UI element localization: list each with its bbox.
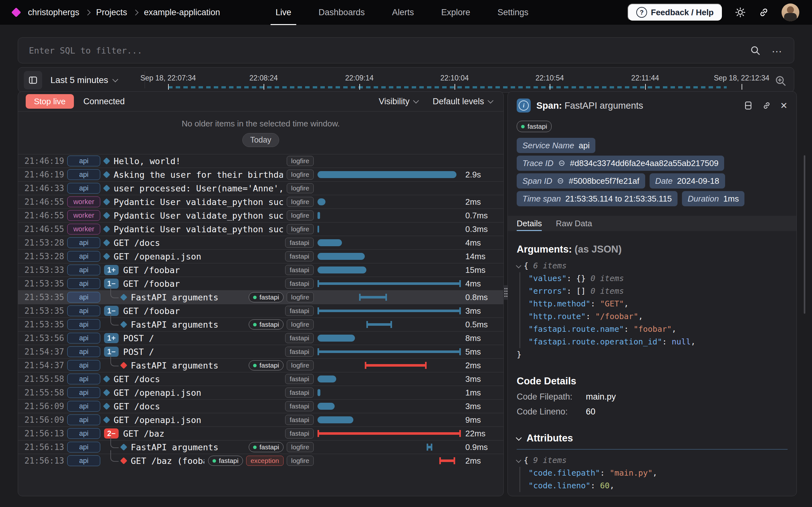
link-icon[interactable] bbox=[558, 159, 565, 167]
service-tag[interactable]: api bbox=[67, 387, 100, 398]
service-tag[interactable]: api bbox=[67, 333, 100, 343]
service-tag[interactable]: api bbox=[67, 278, 100, 289]
tag-pill-logfire[interactable]: logfire bbox=[287, 156, 314, 166]
service-tag[interactable]: api bbox=[67, 169, 100, 180]
today-button[interactable]: Today bbox=[242, 133, 280, 147]
service-tag[interactable]: api bbox=[67, 292, 100, 302]
log-row[interactable]: 21:54:37apiFastAPI argumentsfastapilogfi… bbox=[18, 358, 503, 372]
tag-pill-fastapi[interactable]: fastapi bbox=[285, 388, 314, 398]
service-tag[interactable]: api bbox=[67, 237, 100, 248]
tab-raw-data[interactable]: Raw Data bbox=[556, 216, 592, 231]
log-row[interactable]: 21:56:13apiGET /baz (foobar)fastapiexcep… bbox=[18, 454, 503, 467]
log-row[interactable]: 21:46:19apiAsking the user for their bir… bbox=[18, 168, 503, 181]
copy-link-icon[interactable] bbox=[762, 101, 771, 110]
tag-pill-exception[interactable]: exception bbox=[246, 456, 284, 466]
zoom-in-icon[interactable] bbox=[774, 74, 787, 87]
tag-pill-fastapi[interactable]: fastapi bbox=[249, 442, 284, 452]
tag-pill-logfire[interactable]: logfire bbox=[287, 292, 314, 302]
log-row[interactable]: 21:53:35apiFastAPI argumentsfastapilogfi… bbox=[18, 290, 503, 304]
feedback-help-button[interactable]: ? Feedback / Help bbox=[627, 3, 722, 21]
service-tag[interactable]: worker bbox=[67, 196, 100, 207]
arguments-json[interactable]: { 6 items"values": {} 0 items"errors": [… bbox=[517, 260, 788, 361]
service-tag[interactable]: api bbox=[67, 319, 100, 330]
close-icon[interactable]: ✕ bbox=[780, 101, 788, 111]
log-row[interactable]: 21:55:58apiGET /openapi.jsonfastapi1ms bbox=[18, 386, 503, 399]
tab-live[interactable]: Live bbox=[275, 8, 292, 17]
tab-alerts[interactable]: Alerts bbox=[392, 8, 414, 17]
timeline[interactable]: Sep 18, 22:07:3422:08:2422:09:1422:10:04… bbox=[18, 67, 794, 92]
scrollbar-thumb[interactable] bbox=[804, 155, 805, 314]
tag-pill-fastapi[interactable]: fastapi bbox=[285, 401, 314, 411]
log-row[interactable]: 21:56:09apiGET /docsfastapi3ms bbox=[18, 399, 503, 413]
user-avatar[interactable] bbox=[781, 3, 799, 21]
tab-details[interactable]: Details bbox=[517, 216, 542, 231]
log-row[interactable]: 21:55:58apiGET /docsfastapi3ms bbox=[18, 372, 503, 386]
default-levels-dropdown[interactable]: Default levels bbox=[433, 97, 493, 107]
share-link-icon[interactable] bbox=[758, 7, 769, 18]
theme-toggle-icon[interactable] bbox=[734, 7, 746, 18]
visibility-dropdown[interactable]: Visibility bbox=[379, 97, 418, 107]
link-icon[interactable] bbox=[557, 177, 564, 185]
tag-pill-fastapi[interactable]: fastapi bbox=[285, 238, 314, 248]
service-tag[interactable]: api bbox=[67, 305, 100, 316]
tag-pill-fastapi[interactable]: fastapi bbox=[285, 251, 314, 262]
collapse-toggle-icon[interactable] bbox=[516, 263, 521, 268]
service-tag[interactable]: api bbox=[67, 442, 100, 452]
attributes-header[interactable]: Attributes bbox=[517, 433, 788, 444]
dock-panel-icon[interactable] bbox=[744, 101, 753, 110]
log-row[interactable]: 21:56:09apiGET /openapi.jsonfastapi9ms bbox=[18, 413, 503, 427]
log-row[interactable]: 21:46:55workerPydantic User validate_pyt… bbox=[18, 195, 503, 209]
breadcrumb-org[interactable]: christophergs bbox=[28, 8, 79, 17]
tag-pill-fastapi[interactable]: fastapi bbox=[249, 320, 284, 330]
tab-dashboards[interactable]: Dashboards bbox=[318, 8, 365, 17]
tag-pill-logfire[interactable]: logfire bbox=[287, 210, 314, 221]
log-row[interactable]: 21:46:55workerPydantic User validate_pyt… bbox=[18, 209, 503, 222]
tag-pill-fastapi[interactable]: fastapi bbox=[285, 333, 314, 343]
service-tag[interactable]: worker bbox=[67, 210, 100, 221]
log-row[interactable]: 21:53:56api1+POST /fastapi8ms bbox=[18, 331, 503, 345]
tag-pill-logfire[interactable]: logfire bbox=[287, 456, 314, 466]
tag-pill-fastapi[interactable]: fastapi bbox=[285, 306, 314, 316]
log-row[interactable]: 21:54:37api1−POST /fastapi5ms bbox=[18, 345, 503, 358]
service-tag[interactable]: api bbox=[67, 183, 100, 193]
tag-pill-fastapi[interactable]: fastapi bbox=[285, 429, 314, 439]
log-row[interactable]: 21:53:35api1−GET /foobarfastapi4ms bbox=[18, 277, 503, 290]
breadcrumb-projects[interactable]: Projects bbox=[96, 8, 127, 17]
tag-pill-logfire[interactable]: logfire bbox=[287, 183, 314, 193]
log-row[interactable]: 21:46:19apiHello, world!logfire bbox=[18, 154, 503, 168]
service-tag[interactable]: api bbox=[67, 374, 100, 384]
log-row[interactable]: 21:53:35api1−GET /foobarfastapi3ms bbox=[18, 304, 503, 318]
tag-pill-fastapi[interactable]: fastapi bbox=[285, 415, 314, 425]
fastapi-tag-pill[interactable]: fastapi bbox=[517, 121, 552, 132]
log-row[interactable]: 21:53:35apiFastAPI argumentsfastapilogfi… bbox=[18, 318, 503, 331]
log-row[interactable]: 21:53:33api1+GET /foobarfastapi15ms bbox=[18, 263, 503, 277]
sql-filter-bar[interactable]: Enter SQL to filter... … bbox=[18, 38, 794, 63]
log-row[interactable]: 21:46:33apiuser processed: User(name='An… bbox=[18, 181, 503, 195]
tag-pill-logfire[interactable]: logfire bbox=[287, 224, 314, 234]
tag-pill-fastapi[interactable]: fastapi bbox=[285, 347, 314, 357]
tag-pill-fastapi[interactable]: fastapi bbox=[249, 360, 284, 371]
tag-pill-fastapi[interactable]: fastapi bbox=[285, 374, 314, 384]
children-count-badge[interactable]: 1+ bbox=[104, 265, 119, 275]
service-tag[interactable]: api bbox=[67, 346, 100, 357]
service-tag[interactable]: api bbox=[67, 414, 100, 425]
tag-pill-logfire[interactable]: logfire bbox=[287, 320, 314, 330]
service-tag[interactable]: api bbox=[67, 455, 100, 466]
service-tag[interactable]: api bbox=[67, 265, 100, 275]
log-row[interactable]: 21:46:55workerPydantic User validate_pyt… bbox=[18, 222, 503, 236]
tag-pill-logfire[interactable]: logfire bbox=[287, 197, 314, 207]
breadcrumb-project[interactable]: example-application bbox=[144, 8, 220, 17]
log-row[interactable]: 21:53:28apiGET /openapi.jsonfastapi14ms bbox=[18, 249, 503, 263]
tag-pill-logfire[interactable]: logfire bbox=[287, 170, 314, 180]
service-tag[interactable]: api bbox=[67, 251, 100, 262]
tab-explore[interactable]: Explore bbox=[441, 8, 470, 17]
service-tag[interactable]: api bbox=[67, 428, 100, 439]
sql-filter-input[interactable]: Enter SQL to filter... bbox=[29, 46, 750, 55]
tag-pill-fastapi[interactable]: fastapi bbox=[285, 265, 314, 275]
tag-pill-logfire[interactable]: logfire bbox=[287, 442, 314, 452]
log-row[interactable]: 21:56:13api2−GET /bazfastapi22ms bbox=[18, 427, 503, 440]
collapse-toggle-icon[interactable] bbox=[516, 458, 521, 463]
stop-live-button[interactable]: Stop live bbox=[26, 94, 74, 109]
search-icon[interactable] bbox=[750, 45, 761, 56]
children-count-badge[interactable]: 1+ bbox=[104, 333, 119, 343]
